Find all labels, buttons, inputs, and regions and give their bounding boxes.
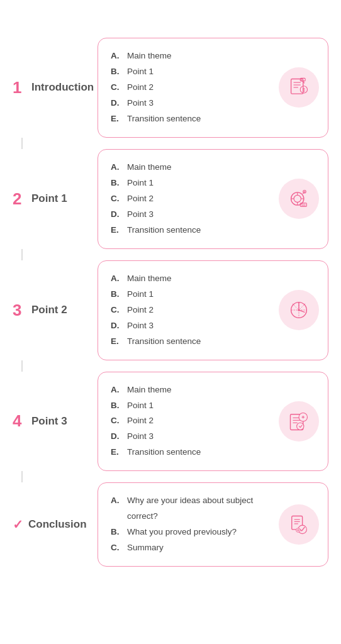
sections-container: 1IntroductionA.Main themeB.Point 1C.Poin…: [13, 38, 328, 567]
svg-point-34: [297, 423, 304, 430]
list-item: C.Summary: [111, 540, 272, 556]
list-item: B.Point 1: [111, 398, 272, 414]
list-item-letter: E.: [111, 223, 122, 238]
card-point1: A.Main themeB.Point 1C.Point 2D.Point 3E…: [98, 149, 328, 249]
list-item: E.Transition sentence: [111, 223, 272, 238]
list-item-letter: D.: [111, 96, 122, 111]
list-item: B.Point 1: [111, 287, 272, 303]
card-intro: A.Main themeB.Point 1C.Point 2D.Point 3E…: [98, 38, 328, 138]
list-item: D.Point 3: [111, 96, 272, 111]
list-item-text: Summary: [127, 540, 164, 556]
list-item-letter: B.: [111, 287, 122, 303]
list-item-text: Transition sentence: [127, 334, 201, 350]
section-row-intro: 1IntroductionA.Main themeB.Point 1C.Poin…: [13, 38, 328, 138]
section-number-point1: 2: [13, 189, 26, 209]
list-item-letter: A.: [111, 48, 122, 64]
list-item-letter: B.: [111, 398, 122, 414]
list-item-letter: C.: [111, 80, 122, 96]
section-number-point3: 4: [13, 411, 26, 431]
card-icon-point3: [279, 401, 319, 441]
list-item-letter: A.: [111, 160, 122, 175]
card-point2: A.Main themeB.Point 1C.Point 2D.Point 3E…: [98, 260, 328, 360]
list-item: B.Point 1: [111, 175, 272, 191]
list-item-letter: D.: [111, 318, 122, 334]
list-item-letter: A.: [111, 382, 122, 398]
list-item-letter: A.: [111, 493, 122, 525]
list-item: B.Point 1: [111, 64, 272, 80]
list-item: E.Transition sentence: [111, 111, 272, 127]
list-item-letter: E.: [111, 445, 122, 460]
section-label-point1: 2Point 1: [13, 189, 104, 209]
list-item-text: Main theme: [127, 160, 172, 175]
section-number-point2: 3: [13, 301, 26, 320]
card-point3: A.Main themeB.Point 1C.Point 2D.Point 3E…: [98, 372, 328, 472]
card-content-point3: A.Main themeB.Point 1C.Point 2D.Point 3E…: [111, 382, 272, 461]
list-item-text: Point 2: [127, 191, 154, 207]
section-label-point3: 4Point 3: [13, 411, 104, 431]
list-item: A.Why are your ideas about subject corre…: [111, 493, 272, 525]
list-item: D.Point 3: [111, 429, 272, 445]
section-name-point3: Point 3: [31, 415, 67, 428]
list-item-text: Point 1: [127, 175, 154, 191]
page: 1IntroductionA.Main themeB.Point 1C.Poin…: [0, 0, 341, 592]
section-connector: [21, 249, 23, 260]
section-name-point1: Point 1: [31, 192, 67, 205]
section-connector: [21, 360, 23, 372]
section-connector: [21, 471, 23, 482]
list-item: D.Point 3: [111, 318, 272, 334]
list-item-text: Transition sentence: [127, 111, 201, 127]
section-label-point2: 3Point 2: [13, 301, 104, 320]
card-icon-point1: [279, 179, 319, 219]
list-item-text: Transition sentence: [127, 445, 201, 460]
list-item: E.Transition sentence: [111, 334, 272, 350]
list-item-letter: D.: [111, 429, 122, 445]
list-item-text: Why are your ideas about subject correct…: [127, 493, 272, 525]
list-item-letter: D.: [111, 207, 122, 223]
list-item-letter: B.: [111, 64, 122, 80]
section-connector: [21, 138, 23, 149]
section-label-intro: 1Introduction: [13, 78, 104, 97]
svg-point-11: [294, 196, 301, 203]
list-item-text: Point 2: [127, 413, 154, 429]
card-icon-intro: [279, 67, 319, 108]
card-conclusion: A.Why are your ideas about subject corre…: [98, 482, 328, 567]
list-item: C.Point 2: [111, 413, 272, 429]
list-item-text: Point 3: [127, 207, 154, 223]
list-item-text: Point 3: [127, 318, 154, 334]
list-item: C.Point 2: [111, 303, 272, 318]
card-content-point2: A.Main themeB.Point 1C.Point 2D.Point 3E…: [111, 271, 272, 350]
section-row-point1: 2Point 1A.Main themeB.Point 1C.Point 2D.…: [13, 149, 328, 249]
list-item: E.Transition sentence: [111, 445, 272, 460]
card-icon-point2: [279, 290, 319, 330]
svg-point-26: [298, 309, 299, 311]
list-item-text: Point 1: [127, 287, 154, 303]
list-item-letter: C.: [111, 303, 122, 318]
list-item-text: Point 3: [127, 429, 154, 445]
list-item: D.Point 3: [111, 207, 272, 223]
list-item: A.Main theme: [111, 48, 272, 64]
list-item-text: What you proved previously?: [127, 525, 237, 540]
list-item-text: Point 1: [127, 398, 154, 414]
list-item-letter: C.: [111, 413, 122, 429]
list-item-text: Transition sentence: [127, 223, 201, 238]
list-item-text: Point 1: [127, 64, 154, 80]
list-item-letter: A.: [111, 271, 122, 287]
conclusion-check-icon: ✓: [13, 517, 23, 532]
list-item-text: Point 2: [127, 80, 154, 96]
list-item: A.Main theme: [111, 271, 272, 287]
list-item: C.Point 2: [111, 80, 272, 96]
list-item-letter: E.: [111, 334, 122, 350]
section-name-conclusion: Conclusion: [28, 518, 87, 531]
list-item-text: Main theme: [127, 382, 172, 398]
card-content-point1: A.Main themeB.Point 1C.Point 2D.Point 3E…: [111, 160, 272, 238]
list-item: A.Main theme: [111, 382, 272, 398]
section-name-point2: Point 2: [31, 304, 67, 316]
card-content-intro: A.Main themeB.Point 1C.Point 2D.Point 3E…: [111, 48, 272, 127]
section-row-conclusion: ✓ConclusionA.Why are your ideas about su…: [13, 482, 328, 567]
list-item-text: Point 2: [127, 303, 154, 318]
section-row-point3: 4Point 3A.Main themeB.Point 1C.Point 2D.…: [13, 372, 328, 472]
list-item-letter: C.: [111, 191, 122, 207]
list-item-letter: B.: [111, 175, 122, 191]
card-content-conclusion: A.Why are your ideas about subject corre…: [111, 493, 272, 556]
section-label-conclusion: ✓Conclusion: [13, 517, 104, 532]
